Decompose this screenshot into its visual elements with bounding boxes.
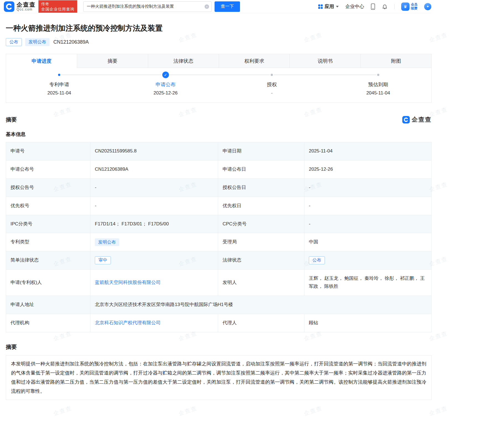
field-value: 2025-12-26 (304, 160, 431, 178)
apps-label: 应用 (325, 3, 334, 10)
field-value: 公布 (304, 251, 431, 269)
tab-drawings[interactable]: 附图 (361, 54, 431, 68)
brand-domain: Qcc.com (17, 8, 36, 11)
page-title: 一种火箭推进剂加注系统的预冷控制方法及装置 (6, 23, 432, 33)
timeline-step-filed: 专利申请 2025-11-04 (6, 72, 113, 96)
field-label: 申请号 (6, 142, 90, 160)
table-row: 申请人地址 北京市大兴区经济技术开发区荣华南路13号院中航国际广场H1号楼 (6, 296, 431, 314)
patent-type-badge: 发明公布 (25, 38, 49, 46)
table-row: 申请(专利权)人 蓝箭航天空间科技股份有限公司 发明人 王辉， 赵玉龙， 鲍国征… (6, 269, 431, 296)
field-value: 中国 (304, 233, 431, 251)
tab-legal-status[interactable]: 法律状态 (148, 54, 219, 68)
tab-claims[interactable]: 权利要求 (219, 54, 289, 68)
patent-timeline: 专利申请 2025-11-04 ✓ 申请公布 2025-12-26 授权 - 预… (6, 68, 431, 102)
promo-badge: 传奇 全国企业信用查询 (38, 0, 77, 12)
patent-tag-row: 公布 发明公布 CN121206389A (6, 38, 432, 46)
field-value: - (304, 197, 431, 215)
field-value: 2025-11-04 (304, 142, 431, 160)
field-value: 王辉， 赵玉龙， 鲍国征， 秦玲玲， 徐彤， 祁正鹏， 王军政， 陈铁胜 (304, 270, 431, 296)
timeline-step-date: 2025-11-04 (47, 90, 71, 96)
timeline-dot-pending (271, 74, 273, 76)
field-label: 发明人 (218, 270, 304, 296)
abstract-text: 本发明提供一种火箭推进剂加注系统的预冷控制方法，包括：在加注泵出液管路与贮存罐之… (6, 355, 432, 400)
table-row: 优先权号 - 优先权日 - (6, 197, 431, 215)
field-label: 授权公告号 (6, 179, 90, 197)
table-row: 简单法律状态 审中 法律状态 公布 (6, 251, 431, 269)
agency-link[interactable]: 北京科石知识产权代理有限公司 (95, 319, 161, 327)
publication-number: CN121206389A (53, 39, 89, 45)
timeline-step-label: 专利申请 (49, 81, 69, 88)
qcc-mark-icon (402, 116, 410, 123)
tab-abstract[interactable]: 摘要 (77, 54, 148, 68)
divider (394, 4, 395, 9)
mobile-app-icon[interactable] (371, 3, 375, 10)
tab-bar: 申请进度 摘要 法律状态 权利要求 说明书 附图 (6, 54, 431, 68)
field-label: 简单法律状态 (6, 251, 90, 269)
timeline-step-date: 2045-11-04 (366, 90, 390, 96)
timeline-step-date: - (271, 90, 273, 96)
promo-line1: 传奇 (41, 1, 74, 6)
table-row: 授权公告号 - 授权公告日 - (6, 178, 431, 197)
legal-status-badge: 公布 (309, 256, 325, 264)
timeline-step-date: 2025-12-26 (153, 90, 178, 96)
field-value: 蓝箭航天空间科技股份有限公司 (90, 270, 218, 296)
promo-line2: 全国企业信用查询 (41, 7, 74, 12)
field-label: 代理机构 (6, 314, 90, 332)
clear-search-icon[interactable]: × (205, 4, 209, 9)
application-progress-panel: 申请进度 摘要 法律状态 权利要求 说明书 附图 专利申请 2025-11-04… (6, 54, 432, 103)
field-label: 申请(专利权)人 (6, 270, 90, 296)
apps-grid-icon (318, 4, 323, 9)
legal-status-badge: 审中 (95, 256, 111, 264)
field-value: 审中 (90, 251, 218, 269)
field-label: 申请公布日 (218, 160, 304, 178)
field-value: - (304, 179, 431, 197)
field-value: 发明公布 (90, 233, 218, 251)
summary-section-title: 摘要 (6, 116, 17, 123)
field-value: - (90, 179, 218, 197)
search-button[interactable]: 查一下 (215, 1, 240, 12)
table-row: 专利类型 发明公布 受理局 中国 (6, 233, 431, 251)
timeline-step-granted: 授权 - (219, 72, 325, 96)
apps-menu[interactable]: 应用 (318, 3, 339, 10)
table-row: 申请号 CN202511599585.8 申请日期 2025-11-04 (6, 142, 431, 160)
field-value: - (90, 197, 218, 215)
vip-line1: 会员 (411, 3, 418, 7)
enterprise-center-link[interactable]: 企业中心 (345, 3, 364, 10)
field-label: 专利类型 (6, 233, 90, 251)
field-label: CPC分类号 (218, 215, 304, 233)
timeline-dot-done (58, 74, 60, 76)
vip-crown-icon: ♛ (401, 2, 409, 11)
tab-application-progress[interactable]: 申请进度 (6, 54, 77, 68)
search-input[interactable] (84, 2, 212, 12)
field-value: - (304, 215, 431, 233)
qcc-logo-icon (4, 1, 14, 12)
table-row: IPC分类号 F17D1/14； F17D3/01； F17D5/00 CPC分… (6, 215, 431, 233)
assistant-icon[interactable]: ✦ (424, 3, 431, 10)
timeline-dot-pending (377, 74, 379, 76)
field-label: 申请公布号 (6, 160, 90, 178)
timeline-check-icon: ✓ (162, 72, 169, 78)
field-value: 顾钻 (304, 314, 431, 332)
abstract-section-title: 摘要 (6, 343, 432, 351)
field-label: 优先权日 (218, 197, 304, 215)
field-label: 代理人 (218, 314, 304, 332)
basic-info-table: 申请号 CN202511599585.8 申请日期 2025-11-04 申请公… (6, 142, 432, 332)
qcc-logo[interactable]: 企查查 Qcc.com (4, 1, 36, 12)
table-row: 申请公布号 CN121206389A 申请公布日 2025-12-26 (6, 160, 431, 178)
timeline-step-label: 授权 (267, 81, 277, 88)
field-value: CN202511599585.8 (90, 142, 218, 160)
tab-description[interactable]: 说明书 (289, 54, 360, 68)
notifications-bell-icon[interactable] (382, 3, 388, 10)
field-label: 申请人地址 (6, 296, 90, 314)
qcc-mark-text: 企查查 (412, 115, 432, 124)
vip-renew-button[interactable]: ♛ 会员 续费 (401, 2, 418, 11)
applicant-link[interactable]: 蓝箭航天空间科技股份有限公司 (95, 279, 161, 287)
timeline-step-label: 申请公布 (156, 81, 176, 88)
top-header: 企查查 Qcc.com 传奇 全国企业信用查询 × 查一下 应用 企业中心 ♛ … (0, 0, 431, 13)
main-content: 一种火箭推进剂加注系统的预冷控制方法及装置 公布 发明公布 CN12120638… (0, 23, 432, 411)
basic-info-title: 基本信息 (6, 131, 432, 138)
status-badge: 公布 (6, 38, 22, 46)
field-label: 申请日期 (218, 142, 304, 160)
chevron-down-icon (336, 6, 339, 7)
timeline-step-label: 预估到期 (368, 81, 388, 88)
